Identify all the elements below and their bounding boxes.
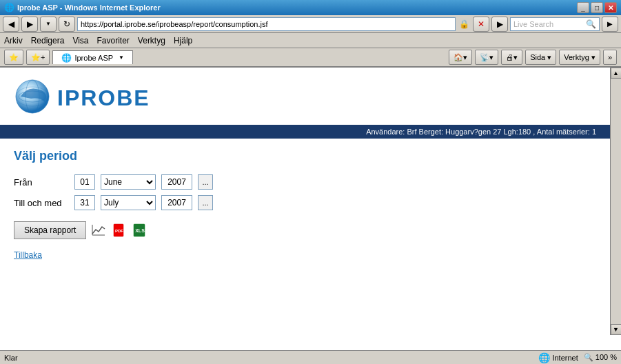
window-controls: _ □ ✕ (577, 2, 617, 13)
scrollbar: ▲ ▼ (610, 68, 621, 335)
minimize-button[interactable]: _ (577, 2, 589, 13)
to-year-input[interactable] (161, 195, 192, 210)
tab-icon: 🌐 (61, 53, 72, 63)
from-day-input[interactable] (74, 174, 95, 190)
forward-button[interactable]: ▶ (21, 17, 38, 32)
zoom-level: 🔍 100 % (584, 353, 617, 362)
title-bar: 🌐 Iprobe ASP - Windows Internet Explorer… (0, 0, 621, 15)
tools-button[interactable]: Verktyg▾ (559, 50, 600, 65)
feeds-button[interactable]: 📡▾ (475, 50, 498, 65)
address-bar: ◀ ▶ ▼ ↻ https://portal.iprobe.se/iprobea… (0, 15, 621, 33)
svg-text:PDF: PDF (115, 229, 123, 233)
from-label: Från (14, 177, 69, 188)
menu-bar: Arkiv Redigera Visa Favoriter Verktyg Hj… (0, 33, 621, 48)
stop-button[interactable]: ✕ (473, 17, 489, 32)
search-placeholder: Live Search (513, 20, 553, 28)
back-button[interactable]: ◀ (3, 17, 19, 32)
scroll-up-button[interactable]: ▲ (611, 68, 622, 79)
menu-visa[interactable]: Visa (72, 36, 88, 46)
browser-tab[interactable]: 🌐 Iprobe ASP ▼ (52, 50, 133, 64)
brand-name: IPROBE (57, 85, 150, 111)
content-wrapper: IPROBE Användare: Brf Berget: Huggarv?ge… (0, 68, 621, 335)
to-calendar-button[interactable]: ... (198, 195, 213, 210)
tab-label: Iprobe ASP (74, 54, 113, 62)
iprobe-header: IPROBE (0, 68, 610, 125)
maximize-button[interactable]: □ (591, 2, 603, 13)
url-text: https://portal.iprobe.se/iprobeasp/repor… (81, 20, 267, 28)
from-row: Från January February March April May Ju… (14, 174, 596, 190)
tools-label: Verktyg (564, 53, 589, 61)
menu-favoriter[interactable]: Favoriter (97, 36, 130, 46)
from-calendar-button[interactable]: ... (198, 174, 213, 190)
home-button[interactable]: 🏠▾ (449, 50, 472, 65)
toolbar-right: 🏠▾ 📡▾ 🖨▾ Sida▾ Verktyg▾ » (449, 50, 617, 65)
menu-arkiv[interactable]: Arkiv (4, 36, 23, 46)
main-content: IPROBE Användare: Brf Berget: Huggarv?ge… (0, 68, 610, 335)
page-button[interactable]: Sida▾ (525, 50, 556, 65)
print-button[interactable]: 🖨▾ (501, 50, 522, 65)
from-month-select[interactable]: January February March April May June Ju… (101, 174, 156, 190)
ie-icon: 🌐 (4, 3, 14, 12)
user-info: Användare: Brf Berget: Huggarv?gen 27 Lg… (366, 128, 596, 136)
window-title: Iprobe ASP - Windows Internet Explorer (17, 3, 577, 12)
from-year-input[interactable] (161, 174, 192, 190)
favorites-star[interactable]: ⭐ (4, 50, 23, 65)
close-button[interactable]: ✕ (604, 2, 617, 13)
status-right: 🌐 Internet 🔍 100 % (538, 352, 617, 363)
search-icon: 🔍 (586, 19, 596, 29)
lock-icon: 🔒 (459, 19, 469, 29)
to-row: Till och med January February March Apri… (14, 195, 596, 210)
menu-redigera[interactable]: Redigera (31, 36, 65, 46)
iprobe-logo: IPROBE (14, 78, 150, 118)
search-go-button[interactable]: ▶ (602, 17, 618, 32)
excel-icon-button[interactable]: XLS (132, 222, 148, 239)
to-day-input[interactable] (74, 195, 95, 210)
create-report-button[interactable]: Skapa rapport (14, 221, 86, 239)
to-label: Till och med (14, 198, 69, 208)
scroll-down-button[interactable]: ▼ (611, 324, 622, 335)
form-content: Välj period Från January February March … (0, 139, 610, 270)
menu-hjälp[interactable]: Hjälp (174, 36, 192, 46)
dropdown-button[interactable]: ▼ (40, 17, 57, 32)
status-text: Klar (4, 354, 538, 362)
internet-zone: 🌐 Internet (538, 352, 578, 363)
address-input[interactable]: https://portal.iprobe.se/iprobeasp/repor… (77, 17, 456, 31)
pdf-icon-button[interactable]: PDF (111, 222, 128, 239)
back-link-container: Tillbaka (14, 250, 596, 260)
date-form: Från January February March April May Ju… (14, 174, 596, 210)
globe-icon: 🌐 (538, 352, 550, 363)
zone-label: Internet (552, 354, 578, 362)
search-box[interactable]: Live Search 🔍 (510, 17, 600, 31)
go-button[interactable]: ▶ (491, 17, 508, 32)
page-label: Sida (530, 53, 545, 61)
refresh-button[interactable]: ↻ (59, 17, 75, 32)
browser-toolbar: ⭐ ⭐+ 🌐 Iprobe ASP ▼ 🏠▾ 📡▾ 🖨▾ Sida▾ Verkt… (0, 48, 621, 68)
to-month-select[interactable]: January February March April May June Ju… (101, 195, 156, 210)
extend-button[interactable]: » (603, 50, 617, 65)
favorites-add[interactable]: ⭐+ (26, 50, 50, 65)
chart-icon-button[interactable] (90, 222, 107, 239)
iprobe-globe-icon (14, 78, 52, 118)
action-row: Skapa rapport PDF (14, 221, 596, 239)
menu-verktyg[interactable]: Verktyg (138, 36, 165, 46)
svg-text:XLS: XLS (136, 228, 145, 233)
info-bar: Användare: Brf Berget: Huggarv?gen 27 Lg… (0, 125, 610, 139)
tab-dropdown[interactable]: ▼ (119, 54, 124, 61)
status-bar: Klar 🌐 Internet 🔍 100 % (0, 350, 621, 364)
page-title: Välj period (14, 149, 596, 163)
back-link[interactable]: Tillbaka (14, 250, 42, 260)
